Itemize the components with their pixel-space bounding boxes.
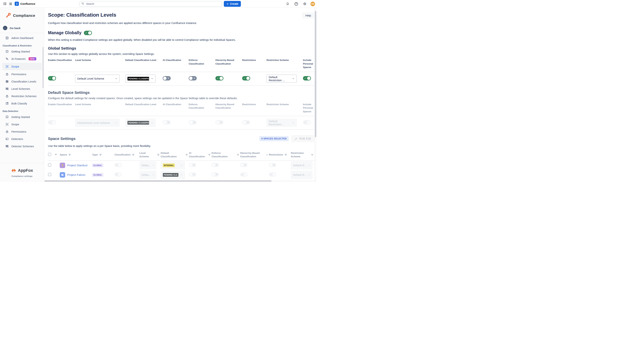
include-personal-spaces-toggle[interactable]: ✓ xyxy=(303,76,311,80)
sidebar-item-restriction-schemes[interactable]: Restriction Schemes xyxy=(0,92,44,100)
restrictions-toggle[interactable]: ✓ xyxy=(242,76,250,80)
collapse-sidebar-icon[interactable] xyxy=(2,1,8,7)
global-settings-description: Use this section to apply settings globa… xyxy=(48,52,314,56)
vertical-scrollbar-thumb[interactable] xyxy=(315,11,316,137)
go-back-button[interactable]: ← Go back xyxy=(0,24,44,32)
manage-globally-description: When this setting is enabled Compliance … xyxy=(48,38,314,41)
confluence-brand[interactable]: Confluence xyxy=(15,2,35,6)
restriction-scheme-select[interactable]: Default Restriction ... xyxy=(267,75,297,83)
space-name-link[interactable]: Project Falcon xyxy=(67,173,85,176)
horizontal-scrollbar-thumb[interactable] xyxy=(45,180,271,182)
settings-gear-icon[interactable]: ⚙ xyxy=(302,1,308,7)
default-classification-select: INTERNAL xyxy=(161,161,185,170)
type-badge: GLOBAL xyxy=(92,164,103,167)
search-input[interactable] xyxy=(86,2,220,6)
filter-icon[interactable] xyxy=(266,154,268,156)
sidebar-item-classification-levels[interactable]: Classification Levels xyxy=(0,78,44,85)
sidebar-item-dd-getting-started[interactable]: Getting Started xyxy=(0,113,44,120)
chevron-down-icon xyxy=(308,174,310,176)
default-classification-level-select-disabled: PENDING CLASSIFICATI xyxy=(125,119,155,127)
sidebar-item-scope[interactable]: Scope xyxy=(2,63,42,70)
chevron-down-icon[interactable] xyxy=(55,153,57,156)
plus-icon xyxy=(226,3,229,5)
filter-icon[interactable] xyxy=(157,154,159,156)
space-name-link[interactable]: Project Stardust xyxy=(67,164,87,167)
sidebar-scrollbar[interactable] xyxy=(43,47,44,88)
sidebar-item-ai-features[interactable]: AI Features NEW xyxy=(0,55,44,62)
sidebar-item-dd-scope[interactable]: Scope xyxy=(0,120,44,128)
sidebar-item-detector-schemes[interactable]: Detector Schemes xyxy=(0,142,44,150)
include-personal-toggle-disabled: ✓ xyxy=(303,120,311,124)
row-checkbox[interactable] xyxy=(48,173,51,176)
level-scheme-select: Defau... xyxy=(139,161,156,170)
enable-classification-toggle-disabled: ✓ xyxy=(48,120,56,124)
help-circle-icon[interactable]: ? xyxy=(293,1,299,7)
hierarchy-based-classification-toggle[interactable]: ✓ xyxy=(216,76,224,80)
ai-classification-toggle[interactable]: ✕ xyxy=(163,76,171,80)
filter-icon[interactable] xyxy=(208,154,210,156)
default-space-settings-header: Enable Classification Level Scheme Defau… xyxy=(48,102,314,114)
section-label-data-detection: Data Detection xyxy=(3,110,44,112)
compliance-logo: Compliance xyxy=(5,12,44,19)
enforce-classification-toggle[interactable]: ✕ xyxy=(189,76,197,80)
select-all-checkbox[interactable] xyxy=(48,153,51,156)
create-button[interactable]: Create xyxy=(224,1,241,7)
sidebar-item-dd-permissions[interactable]: Permissions xyxy=(0,128,44,135)
brand-name: Confluence xyxy=(20,2,35,5)
filter-icon[interactable] xyxy=(237,154,239,156)
sidebar-item-permissions[interactable]: Permissions xyxy=(0,70,44,78)
default-space-settings-title: Default Space Settings xyxy=(48,90,314,95)
key-icon xyxy=(5,12,11,19)
user-avatar[interactable]: AM xyxy=(310,2,315,6)
filter-icon[interactable] xyxy=(285,154,287,156)
level-scheme-select[interactable]: Default Level Scheme xyxy=(75,75,120,83)
columns-icon xyxy=(5,144,9,148)
table-row: Project Falcon GLOBAL ✓ Defau... PENDING… xyxy=(48,170,314,180)
app-switcher-icon[interactable] xyxy=(8,1,14,7)
space-tile-folder-icon xyxy=(60,172,65,178)
columns-icon xyxy=(5,87,9,90)
chevron-down-icon xyxy=(292,122,295,124)
enforce-classification-toggle: ✕ xyxy=(212,163,219,167)
level-scheme-select: Defau... xyxy=(139,171,156,179)
space-tile-drill-icon xyxy=(60,162,65,168)
sidebar-item-bulk-classify[interactable]: Bulk Classify xyxy=(0,100,44,107)
help-button[interactable]: Help xyxy=(302,12,314,18)
filter-icon[interactable] xyxy=(99,154,102,156)
sidebar-item-admin-dashboard[interactable]: Admin Dashboard xyxy=(0,34,44,42)
filter-icon[interactable] xyxy=(185,154,188,156)
row-checkbox[interactable] xyxy=(48,163,51,167)
horizontal-scrollbar[interactable] xyxy=(44,180,314,182)
global-search[interactable] xyxy=(79,1,222,6)
default-classification-level-select[interactable]: PENDING CLASSIFICATI xyxy=(125,75,155,83)
pending-classification-badge: PENDING CLA xyxy=(163,173,178,177)
pending-classification-badge: PENDING CLASSIFICATI xyxy=(127,77,149,80)
sparkles-icon xyxy=(5,57,9,60)
classification-toggle: ✓ xyxy=(114,172,122,176)
classification-toggle: ✓ xyxy=(114,163,122,167)
sidebar-item-getting-started[interactable]: Getting Started xyxy=(0,48,44,55)
new-badge: NEW xyxy=(29,57,36,60)
filter-icon[interactable] xyxy=(311,154,313,156)
enable-classification-toggle[interactable]: ✓ xyxy=(48,76,56,80)
fox-icon xyxy=(11,168,17,173)
sidebar-item-detectors[interactable]: Detectors xyxy=(0,135,44,142)
bulk-edit-button[interactable]: Bulk Edit xyxy=(291,135,314,142)
lock-icon xyxy=(5,94,9,98)
filter-icon[interactable] xyxy=(69,154,71,156)
notifications-bell-icon[interactable] xyxy=(285,1,291,7)
enforce-classification-toggle-disabled: ✕ xyxy=(189,120,197,124)
filter-icon[interactable] xyxy=(132,154,134,156)
spaces-selected-badge: 0 SPACES SELECTED xyxy=(259,136,289,141)
manage-globally-toggle[interactable]: ✓ xyxy=(84,31,92,35)
chevron-down-icon xyxy=(152,164,155,166)
ai-classification-toggle: ✕ xyxy=(189,163,196,167)
sidebar-item-level-schemes[interactable]: Level Schemes xyxy=(0,85,44,92)
compliance-sidebar: Compliance ← Go back Admin Dashboard Cla… xyxy=(0,8,44,182)
chevron-down-icon xyxy=(151,122,153,124)
sidebar-footer-caption: Compliance settings xyxy=(11,175,33,177)
vertical-scrollbar[interactable] xyxy=(314,8,316,182)
restriction-scheme-select-disabled: Default Restriction ... xyxy=(267,119,297,127)
pending-classification-badge: PENDING CLASSIFICATI xyxy=(127,121,149,124)
chevron-down-icon xyxy=(292,77,295,80)
